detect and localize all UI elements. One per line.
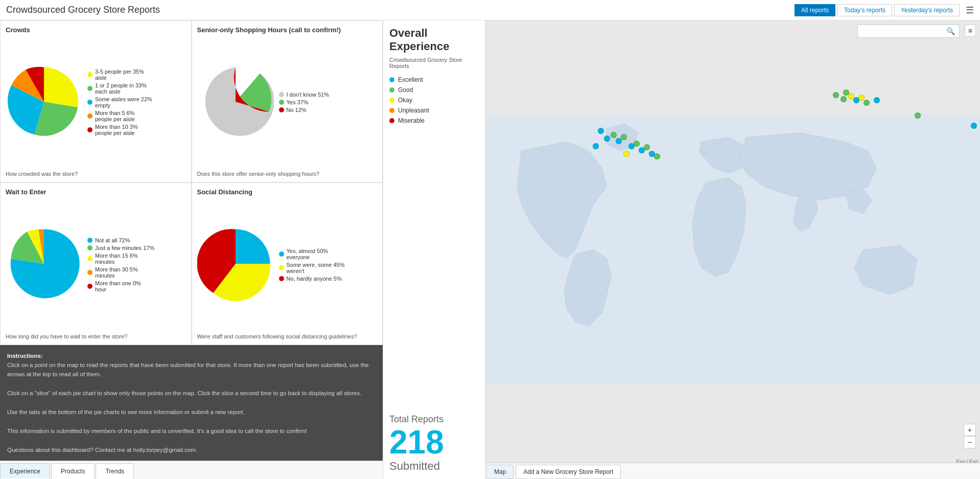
search-icon[interactable]: 🔍 [946,27,955,35]
crowds-chart-cell: Crowds [0,20,192,183]
wait-legend-1: Not at all 72% [87,237,154,243]
wait-pie-row: Not at all 72% Just a few minutes 17% Mo… [6,199,186,330]
map-search-input[interactable] [862,28,946,35]
social-title: Social Distancing [197,188,378,196]
total-number: 218 [389,426,479,459]
map-dot[interactable] [874,97,880,103]
social-pie-row: Yes, almost 50%everyone Some were, some … [197,199,378,330]
instructions-heading: Instructions: [7,351,376,360]
map-dot[interactable] [593,143,599,149]
wait-pie[interactable] [6,225,82,304]
map-dot[interactable] [843,89,849,96]
social-pie[interactable] [197,225,274,304]
map-search-bar: 🔍 [857,25,960,38]
crowds-legend-1: 3-5 people per 35%aisle [87,69,152,81]
overall-title: Overall Experience [389,27,479,54]
legend-miserable: Miserable [389,117,479,124]
zoom-out-button[interactable]: − [964,436,976,448]
senior-chart-cell: Senior-only Shopping Hours (call to conf… [192,20,383,183]
social-question: Were staff and customers following socia… [197,330,378,339]
zoom-in-button[interactable]: + [964,424,976,436]
legend-okay: Okay [389,97,479,104]
instructions-line-1: Click on a point on the map to read the … [7,360,376,379]
crowds-legend-4: More than 5 6%people per aisle [87,110,152,122]
report-buttons: All reports Today's reports Yesterday's … [795,4,974,16]
tab-trends[interactable]: Trends [96,463,134,479]
senior-title: Senior-only Shopping Hours (call to conf… [197,26,378,34]
map-container[interactable]: 🔍 ≡ + − Esri | Esri Map Add a New Grocer… [485,20,980,479]
tab-products[interactable]: Products [51,463,95,479]
instructions-line-2: Click on a "slice" of each pie chart to … [7,389,376,398]
today-reports-button[interactable]: Today's reports [837,4,892,16]
crowds-legend-5: More than 10 3%people per aisle [87,124,152,136]
social-legend: Yes, almost 50%everyone Some were, some … [279,248,345,282]
map-icons: ≡ [965,25,976,37]
right-panel: Overall Experience Crowdsourced Grocery … [383,20,980,479]
map-zoom: + − [964,424,976,448]
map-dot[interactable] [611,132,617,138]
list-icon[interactable]: ≡ [965,25,976,37]
map-dot[interactable] [833,92,839,98]
bottom-tabs: Experience Products Trends [0,461,383,479]
total-reports-section: Total Reports 218 Submitted [389,414,479,473]
instructions-line-5: Questions about this dashboard? Contact … [7,445,376,454]
social-legend-3: No, hardly anyone 5% [279,276,345,282]
crowds-question: How crowded was the store? [6,168,186,177]
legend-unpleasant: Unpleasant [389,107,479,114]
wait-legend-2: Just a few minutes 17% [87,245,154,251]
map-dot[interactable] [644,144,650,150]
map-dot[interactable] [971,123,977,129]
instructions-panel: Instructions: Click on a point on the ma… [0,345,383,461]
overall-subtitle: Crowdsourced Grocery Store Reports [389,57,479,69]
map-dot[interactable] [634,141,640,147]
crowds-pie-row: 3-5 people per 35%aisle 1 or 2 people in… [6,37,186,168]
senior-legend-1: I don't know 51% [279,92,329,98]
crowds-legend: 3-5 people per 35%aisle 1 or 2 people in… [87,69,152,136]
crowds-legend-3: Some aisles were 22%empty [87,96,152,108]
social-legend-2: Some were, some 45%weren't [279,262,345,274]
main-layout: Crowds [0,20,980,479]
map-tab-add[interactable]: Add a New Grocery Store Report [516,465,621,479]
map-dot[interactable] [598,128,604,134]
map-bottom-tabs: Map Add a New Grocery Store Report [485,463,980,479]
senior-pie[interactable] [197,63,274,142]
world-map [485,20,980,479]
total-submitted: Submitted [389,460,479,473]
top-bar: Crowdsourced Grocery Store Reports All r… [0,0,980,20]
map-dot[interactable] [841,96,847,102]
senior-legend-3: No 12% [279,107,329,113]
instructions-line-3: Use the tabs at the bottom of the pie ch… [7,407,376,417]
wait-title: Wait to Enter [6,188,186,196]
yesterday-reports-button[interactable]: Yesterday's reports [894,4,960,16]
map-dot[interactable] [621,134,627,140]
social-chart-cell: Social Distancing [192,183,383,345]
wait-chart-cell: Wait to Enter [0,183,192,345]
crowds-pie[interactable] [6,63,82,142]
legend-excellent: Excellent [389,76,479,83]
wait-legend-4: More than 30 5%minutes [87,266,154,279]
map-dot[interactable] [858,95,865,101]
crowds-title: Crowds [6,26,186,34]
legend-good: Good [389,86,479,94]
map-tab-map[interactable]: Map [486,465,514,479]
charts-grid: Crowds [0,20,383,345]
all-reports-button[interactable]: All reports [795,4,835,16]
instructions-line-4: This information is submitted by members… [7,426,376,436]
map-dot[interactable] [864,100,870,106]
map-dot[interactable] [623,151,629,157]
wait-legend-3: More than 15 6%minutes [87,253,154,265]
wait-question: How long did you have to wait to enter t… [6,330,186,339]
tab-experience[interactable]: Experience [0,463,50,479]
senior-question: Does this store offer senior-only shoppi… [197,168,378,177]
senior-legend-2: Yes 37% [279,99,329,105]
menu-icon[interactable]: ☰ [966,5,974,16]
right-top: Overall Experience Crowdsourced Grocery … [383,20,980,479]
total-label: Total Reports [389,414,479,425]
map-dot[interactable] [915,112,921,119]
overall-legend: Excellent Good Okay Unpleasant [389,76,479,124]
map-dot[interactable] [604,135,610,142]
app-title: Crowdsourced Grocery Store Reports [6,5,160,15]
map-dot[interactable] [654,153,660,159]
map-dot[interactable] [616,138,622,144]
wait-legend: Not at all 72% Just a few minutes 17% Mo… [87,237,154,292]
